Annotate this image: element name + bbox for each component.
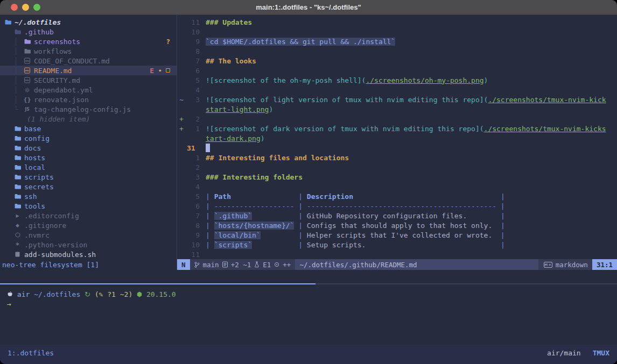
file-tree[interactable]: ~/.dotfiles.github│screenshots?│workflow… xyxy=(0,15,177,259)
editor-line[interactable]: 5| Path | Description | xyxy=(177,191,617,201)
prompt-input-line[interactable]: → xyxy=(7,299,617,309)
diamond-icon: ◆ xyxy=(14,223,21,228)
command-line[interactable] xyxy=(0,270,617,283)
editor-line[interactable]: 1## Interesting files and locations xyxy=(177,153,617,162)
tree-item-.nvmrc[interactable]: .nvmrc xyxy=(0,230,177,240)
tree-item-label: hosts xyxy=(24,154,45,162)
editor-buffer[interactable]: 11### Updates109`cd $HOME/.dotfiles && g… xyxy=(177,15,617,259)
tree-item-tools[interactable]: tools xyxy=(0,201,177,211)
tree-item-scripts[interactable]: scripts xyxy=(0,172,177,182)
indent-guide: │ xyxy=(14,86,24,94)
line-text: ### Updates xyxy=(206,18,252,26)
branch-name: main xyxy=(203,261,219,269)
indent-guide: │ xyxy=(14,76,24,84)
tree-item-.gitignore[interactable]: ◆.gitignore xyxy=(0,220,177,230)
editor-line[interactable]: 2 xyxy=(177,162,617,172)
tree-item-label: .editorconfig xyxy=(24,212,79,220)
shell-pane[interactable]: air ~/.dotfiles ↻ (✎ ?1 ~2) 20.15.0 → xyxy=(0,284,617,345)
line-number: 5 xyxy=(186,76,200,84)
tree-item-label: tools xyxy=(24,202,45,210)
git-modified-icon xyxy=(166,68,170,73)
tree-item-workflows[interactable]: │workflows xyxy=(0,46,177,56)
folder-icon xyxy=(14,145,21,151)
tree-item--1-hidden-item-[interactable]: (1 hidden item) xyxy=(0,114,177,124)
line-text: ![screenshot of the oh-my-posh shell](./… xyxy=(206,76,488,84)
indent-guide: │ xyxy=(14,96,24,104)
editor-line[interactable]: ~3![screenshot of light version of tmux … xyxy=(177,95,617,104)
title-bar[interactable]: main:1:.dotfiles - "ks~/.dotfiles" xyxy=(0,0,617,15)
editor-line[interactable]: +1![screenshot of dark version of tmux w… xyxy=(177,124,617,133)
tree-item-code-of-conduct.md[interactable]: │CODE_OF_CONDUCT.md xyxy=(0,56,177,66)
git-section: main+2 ~1E1++ xyxy=(190,261,296,269)
folder-icon xyxy=(14,184,21,189)
tree-item-docs[interactable]: docs xyxy=(0,143,177,153)
editor-line[interactable]: 7| `.github` | GitHub Repository configu… xyxy=(177,211,617,220)
tree-item-label: .nvmrc xyxy=(24,231,50,239)
gutter-sign: ~ xyxy=(177,96,186,104)
tree-item-renovate.json[interactable]: │{}renovate.json xyxy=(0,95,177,104)
line-text: `cd $HOME/.dotfiles && git pull && ./ins… xyxy=(206,38,395,46)
js-icon: JS xyxy=(24,107,31,112)
editor-line[interactable]: 9| `local/bin` | Helper scripts that I'v… xyxy=(177,230,617,240)
tree-item-hosts[interactable]: hosts xyxy=(0,153,177,162)
tree-item-.github[interactable]: .github xyxy=(0,27,177,37)
editor-line[interactable]: 6 xyxy=(177,66,617,75)
line-number: 8 xyxy=(186,222,200,230)
editor-line[interactable]: 10 xyxy=(177,27,617,37)
folder-icon xyxy=(14,165,21,170)
editor-line[interactable]: 11 xyxy=(177,249,617,259)
editor-line[interactable]: 11### Updates xyxy=(177,17,617,27)
tree-item-base[interactable]: base xyxy=(0,124,177,133)
tree-item-config[interactable]: config xyxy=(0,133,177,143)
tmux-flag: TMUX xyxy=(593,349,609,357)
editor-line[interactable]: 4 xyxy=(177,182,617,191)
tree-item-ssh[interactable]: ssh xyxy=(0,191,177,201)
apple-icon xyxy=(7,291,13,298)
line-text: start-light.png) xyxy=(206,105,273,113)
tree-item-readme.md[interactable]: │README.mdE• xyxy=(0,66,177,75)
tree-item-label: tag-changelog-config.js xyxy=(34,105,131,113)
gutter-sign: + xyxy=(177,125,186,133)
tree-item-label: .github xyxy=(24,28,54,36)
nvim-pane: ~/.dotfiles.github│screenshots?│workflow… xyxy=(0,15,617,283)
tmux-window-tab[interactable]: 1:.dotfiles xyxy=(8,349,54,357)
markdown-icon xyxy=(544,262,552,268)
tree-item-tag-changelog-config.js[interactable]: └JStag-changelog-config.js xyxy=(0,104,177,114)
editor-line[interactable]: 8 xyxy=(177,46,617,56)
editor-line[interactable]: 7## The looks xyxy=(177,56,617,66)
tree-item-secrets[interactable]: secrets xyxy=(0,182,177,191)
editor-line[interactable]: tart-dark.png) xyxy=(177,133,617,143)
tree-item-screenshots[interactable]: │screenshots? xyxy=(0,37,177,46)
line-number: 10 xyxy=(186,241,200,249)
editor-line[interactable]: 10| `scripts` | Setup scripts. | xyxy=(177,240,617,249)
indent-guide: │ xyxy=(14,38,24,46)
md-icon xyxy=(24,58,31,64)
editor-line[interactable]: 9`cd $HOME/.dotfiles && git pull && ./in… xyxy=(177,37,617,46)
editor-line[interactable]: 4 xyxy=(177,85,617,95)
mode-indicator: N xyxy=(177,259,190,270)
tree-item-label: screenshots xyxy=(34,38,80,46)
tree-item-.python-version[interactable]: *.python-version xyxy=(0,240,177,249)
line-number: 1 xyxy=(186,154,200,162)
editor-line[interactable]: 8| `hosts/{hostname}/` | Configs that sh… xyxy=(177,220,617,230)
editor-line[interactable]: 3### Interesting folders xyxy=(177,172,617,182)
tree-item-add-submodules.sh[interactable]: add-submodules.sh xyxy=(0,249,177,259)
tree-item-dependabot.yml[interactable]: │dependabot.yml xyxy=(0,85,177,95)
flask-icon xyxy=(254,261,260,268)
tree-item--.dotfiles[interactable]: ~/.dotfiles xyxy=(0,17,177,27)
indent-guide: │ xyxy=(14,57,24,65)
git-changes: +2 ~1 xyxy=(231,261,251,269)
tree-item-security.md[interactable]: │SECURITY.md xyxy=(0,75,177,85)
diagnostics-count: E1 xyxy=(263,261,271,269)
editor-line[interactable]: +2 xyxy=(177,114,617,124)
editor-line[interactable]: start-light.png) xyxy=(177,104,617,114)
editor-line[interactable]: 5![screenshot of the oh-my-posh shell](.… xyxy=(177,75,617,85)
folder-icon xyxy=(14,155,21,160)
tree-item-local[interactable]: local xyxy=(0,162,177,172)
editor-line[interactable]: 6| ------------------- | ---------------… xyxy=(177,201,617,211)
tree-item-.editorconfig[interactable]: ▶.editorconfig xyxy=(0,211,177,220)
statusline-extra: ++ xyxy=(283,261,291,269)
tmux-session-name: air/main xyxy=(547,349,581,357)
line-number: 8 xyxy=(186,47,200,55)
editor-line[interactable]: 31 xyxy=(177,143,617,153)
